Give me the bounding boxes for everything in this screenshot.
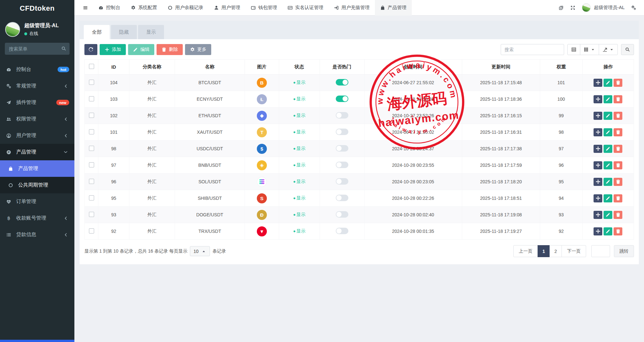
export-button[interactable] (599, 44, 618, 55)
language-icon[interactable] (559, 5, 564, 10)
edit-row-button[interactable] (604, 128, 612, 136)
edit-row-button[interactable] (604, 79, 612, 87)
move-row-button[interactable] (594, 227, 602, 235)
move-row-button[interactable] (594, 211, 602, 219)
move-row-button[interactable] (594, 112, 602, 120)
topnav-item-wallet[interactable]: 钱包管理 (246, 0, 282, 16)
row-checkbox[interactable] (89, 113, 94, 118)
edit-row-button[interactable] (604, 112, 612, 120)
edit-row-button[interactable] (604, 145, 612, 153)
row-checkbox[interactable] (89, 80, 94, 85)
hot-toggle[interactable] (336, 129, 348, 135)
move-row-button[interactable] (594, 79, 602, 87)
search-button[interactable] (621, 44, 634, 55)
hot-toggle[interactable] (336, 162, 348, 168)
edit-row-button[interactable] (604, 211, 612, 219)
delete-row-button[interactable] (614, 145, 622, 153)
tab-1[interactable]: 隐藏 (111, 25, 137, 39)
edit-row-button[interactable] (604, 178, 612, 186)
refresh-button[interactable] (84, 44, 97, 55)
more-button[interactable]: 更多 (185, 44, 211, 55)
column-header[interactable]: 操作 (582, 60, 634, 74)
next-page-button[interactable]: 下一页 (562, 245, 586, 257)
delete-row-button[interactable] (614, 161, 622, 169)
move-row-button[interactable] (594, 128, 602, 136)
sidebar-item-loans[interactable]: 贷款信息 (0, 226, 74, 243)
hot-toggle[interactable] (336, 228, 348, 234)
add-button[interactable]: 添加 (100, 44, 126, 55)
topnav-item-product[interactable]: 产品管理 (375, 0, 412, 16)
hot-toggle[interactable] (336, 211, 348, 218)
column-header[interactable]: 权重 (540, 60, 583, 74)
page-number-button[interactable]: 2 (550, 245, 562, 257)
column-header[interactable]: 名称 (175, 60, 245, 74)
avatar[interactable] (582, 3, 591, 12)
edit-button[interactable]: 编辑 (128, 44, 154, 55)
move-row-button[interactable] (594, 95, 602, 103)
column-header[interactable]: 分类名称 (129, 60, 175, 74)
column-header[interactable]: 图片 (245, 60, 279, 74)
sidebar-item-permission[interactable]: 权限管理 (0, 111, 74, 127)
sidebar-item-users[interactable]: 用户管理 (0, 127, 74, 144)
column-header[interactable]: 状态 (279, 60, 320, 74)
row-checkbox[interactable] (89, 96, 94, 101)
jump-button[interactable]: 跳转 (614, 245, 634, 257)
topnav-item-balance[interactable]: 用户余额记录 (162, 0, 209, 16)
edit-row-button[interactable] (604, 194, 612, 202)
column-header[interactable]: 是否热门 (320, 60, 364, 74)
delete-row-button[interactable] (614, 95, 622, 103)
hot-toggle[interactable] (336, 96, 348, 102)
page-number-button[interactable]: 1 (538, 245, 550, 257)
row-checkbox[interactable] (89, 212, 94, 217)
topnav-item-recharge[interactable]: 用户充值管理 (329, 0, 375, 16)
move-row-button[interactable] (594, 178, 602, 186)
hot-toggle[interactable] (336, 145, 348, 152)
sidebar-item-product[interactable]: P产品管理 (0, 144, 74, 160)
edit-row-button[interactable] (604, 227, 612, 235)
topnav-item-console[interactable]: 控制台 (93, 0, 126, 16)
avatar[interactable] (5, 22, 20, 37)
tab-2[interactable]: 显示 (138, 25, 164, 39)
tab-0[interactable]: 全部 (84, 25, 110, 39)
edit-row-button[interactable] (604, 95, 612, 103)
fullscreen-icon[interactable] (570, 5, 575, 10)
columns-button[interactable] (580, 44, 599, 55)
delete-row-button[interactable] (614, 227, 622, 235)
column-header[interactable]: 更新时间 (462, 60, 540, 74)
menu-search-input[interactable] (5, 43, 70, 55)
hot-toggle[interactable] (336, 178, 348, 185)
sidebar-item-plugin[interactable]: 插件管理new (0, 94, 74, 111)
topnav-item-kyc[interactable]: 实名认证管理 (282, 0, 329, 16)
delete-row-button[interactable] (614, 194, 622, 202)
sidebar-item-orders[interactable]: 订单管理 (0, 193, 74, 210)
edit-row-button[interactable] (604, 161, 612, 169)
detail-view-button[interactable] (567, 44, 580, 55)
menu-toggle-icon[interactable] (78, 0, 93, 16)
select-all-checkbox[interactable] (89, 64, 94, 69)
row-checkbox[interactable] (89, 129, 94, 134)
sidebar-item-accounts[interactable]: B收款账号管理 (0, 210, 74, 226)
delete-row-button[interactable] (614, 178, 622, 186)
prev-page-button[interactable]: 上一页 (513, 245, 538, 257)
move-row-button[interactable] (594, 161, 602, 169)
move-row-button[interactable] (594, 145, 602, 153)
move-row-button[interactable] (594, 194, 602, 202)
hot-toggle[interactable] (336, 79, 348, 86)
settings-gear-icon[interactable] (631, 5, 636, 10)
column-header[interactable]: 创建时间 (364, 60, 462, 74)
hot-toggle[interactable] (336, 112, 348, 119)
row-checkbox[interactable] (89, 228, 94, 234)
sidebar-item-console[interactable]: 控制台hot (0, 61, 74, 78)
page-size-select[interactable]: 10 (190, 246, 210, 256)
navbar-user-name[interactable]: 超级管理员-AL (594, 5, 625, 11)
row-checkbox[interactable] (89, 195, 94, 200)
delete-button[interactable]: 删除 (157, 44, 183, 55)
sidebar-item-product-list[interactable]: 产品管理 (0, 160, 74, 177)
jump-page-input[interactable] (591, 245, 610, 257)
delete-row-button[interactable] (614, 79, 622, 87)
sidebar-item-public-cycle[interactable]: 公共周期管理 (0, 177, 74, 193)
topnav-item-users[interactable]: 用户管理 (209, 0, 246, 16)
topnav-item-sysconf[interactable]: 系统配置 (126, 0, 162, 16)
column-header[interactable]: ID (98, 60, 129, 74)
row-checkbox[interactable] (89, 179, 94, 184)
